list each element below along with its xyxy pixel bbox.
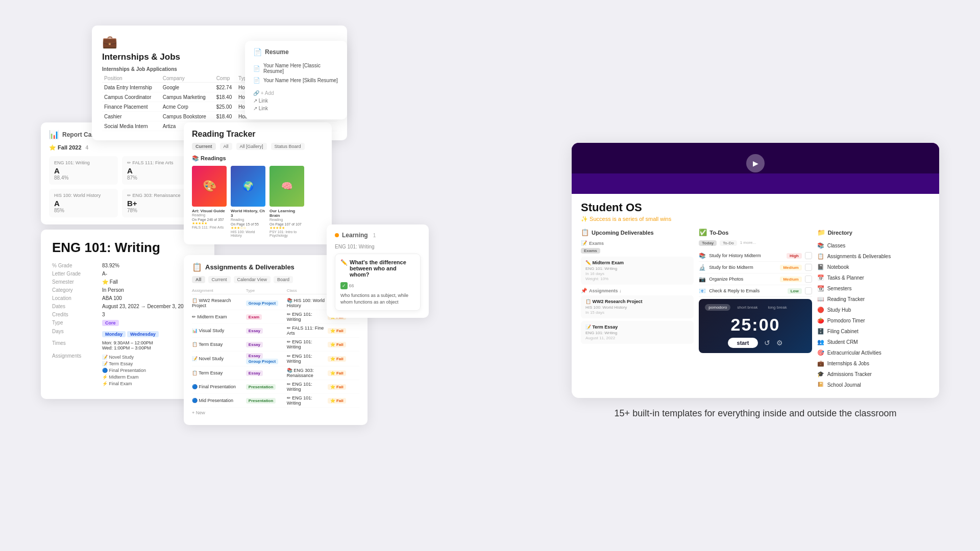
flashcard-answer: Who functions as a subject, while whom f… [340,292,415,305]
dir-item-journal[interactable]: 📔School Journal [817,380,930,387]
dir-item-filing[interactable]: 🗄️Filing Cabinet [817,326,930,337]
field-semester: Semester ⭐ Fall [52,279,203,285]
deliverable-item: ✏️ Midterm Exam ENG 101: Writing In 16 d… [581,257,694,285]
exams-tabs: Exams [581,248,694,254]
tab-status[interactable]: Status Board [271,143,305,150]
dir-item-semesters[interactable]: 📆Semesters [817,283,930,294]
assign-title: Assignments & Deliverables [205,263,295,271]
reading-tracker-card: Reading Tracker Current All All [Gallery… [184,122,332,244]
todo-tabs: Today To-Do 1 more... [699,240,812,246]
pomodoro-tabs: pomodoro short break long break [705,304,805,311]
todo-checkbox[interactable] [805,252,812,259]
table-row: 🔵 Final PresentationPresentation✏ ENG 10… [192,380,359,394]
todo-checkbox[interactable] [805,287,812,294]
field-letter-grade: Letter Grade A- [52,271,203,277]
exams-label: 📝 Exams [581,240,694,246]
right-panel: ▶ Student OS ✨ Success is a series of sm… [572,143,939,408]
pomodoro-reset-icon[interactable]: ↺ [764,339,770,347]
field-percent-grade: % Grade 83.92% [52,263,203,268]
todos-title: ✅ To-Dos [699,229,812,236]
dir-item-crm[interactable]: 👥Student CRM [817,337,930,347]
flashcard-question: ✏️ What's the difference between who and… [340,259,415,278]
field-credits: Credits 3 [52,312,203,317]
assignments-label: 📌 Assignments ↓ [581,288,694,293]
tab-board[interactable]: Board [274,276,293,283]
learning-count: 1 [373,233,376,238]
dir-item-notebook[interactable]: 📓Notebook [817,262,930,272]
pomo-tab-pomodoro[interactable]: pomodoro [705,304,730,311]
reading-tabs: Current All All [Gallery] Status Board [192,143,324,150]
tab-today[interactable]: Today [699,240,717,246]
assignment-item: 🔵 Final Presentation [102,368,146,373]
book-cover: 🌍 [231,166,265,207]
col-position: Position [102,74,161,83]
dir-item-reading[interactable]: 📖Reading Tracker [817,294,930,305]
grade-card: HIS 100: World History A 85% [49,189,118,217]
tab-todo[interactable]: To-Do [720,240,737,246]
resume-title: Resume [265,48,289,56]
grade-card: ✏ FALS 111: Fine Arts A 87% [122,156,191,185]
dir-item-study-hub[interactable]: 🔴Study Hub [817,305,930,315]
add-button[interactable]: 🔗 + Add [253,89,339,97]
upcoming-title: 📋 Upcoming Deliverables [581,229,694,236]
pomodoro-section: pomodoro short break long break 25:00 st… [699,299,812,353]
dir-item-admissions[interactable]: 🎓Admissions Tracker [817,369,930,380]
resume-icon: 📄 [253,48,262,56]
priority-badge: Medium [780,265,801,270]
tab-current[interactable]: Current [192,143,216,150]
reading-tracker-title: Reading Tracker [192,130,324,139]
tagline-text: 15+ built-in templates for everything in… [572,408,939,419]
deliverable-item: 📝 Term Essay ENG 101: Writing August 11,… [581,321,694,344]
dir-item-classes[interactable]: 📚Classes [817,240,930,251]
assignment-item: ⚡ Midterm Exam [102,374,146,380]
col-comp: Comp [214,74,236,83]
pomodoro-start-button[interactable]: start [728,338,758,348]
table-row: 📊 Visual StudyEssay✏ FALS 111: Fine Arts… [192,324,359,338]
field-location: Location ABA 100 [52,295,203,301]
deliverable-item: 📋 WW2 Research Project HIS 100: World Hi… [581,295,694,318]
report-semester: ⭐ Fall 2022 4 [49,144,191,151]
play-button[interactable]: ▶ [746,154,765,172]
dir-item-extracurricular[interactable]: 🎯Extracurricular Activities [817,347,930,358]
flashcard-count: ✓ 66 [340,282,415,289]
field-dates: Dates August 23, 2022 → December 3, 2022 [52,304,203,309]
learning-dot [335,233,339,237]
tab-exams[interactable]: Exams [581,248,600,254]
pomo-tab-long[interactable]: long break [764,304,790,311]
assignment-item: 📝 Novel Study [102,355,146,360]
field-days: Days MondayWednesday [52,329,203,338]
app-title: Student OS [581,201,930,214]
field-times: Times Mon: 9:30AM – 12:00PMWed: 1:00PM –… [52,340,203,350]
tab-all[interactable]: All [192,276,205,283]
dir-item-pomodoro[interactable]: 🍅Pomodoro Timer [817,315,930,326]
report-icon: 📊 [49,130,59,139]
table-row: 📋 Term EssayEssay📚 ENG 303: Renaissance⭐… [192,366,359,380]
dashboard-header-image: ▶ [572,143,939,194]
dashboard-grid: 📋 Upcoming Deliverables 📝 Exams Exams ✏️… [581,229,930,387]
todo-item: 🔬 Study for Bio Midterm Medium [699,262,812,273]
dir-item-internships[interactable]: 💼Internships & Jobs [817,358,930,369]
priority-badge: Medium [780,277,801,282]
dir-item-tasks[interactable]: 📅Tasks & Planner [817,272,930,283]
new-row[interactable]: + New [192,408,359,418]
col-directory: 📁 Directory 📚Classes 📋Assignments & Deli… [817,229,930,387]
readings-label: 📚 Readings [192,155,324,162]
learning-card: Learning 1 ENG 101: Writing ✏️ What's th… [327,224,429,318]
field-assignments: Assignments 📝 Novel Study 📝 Term Essay 🔵… [52,353,203,386]
todo-item: 📧 Check & Reply to Emails Low [699,285,812,297]
tagline: 15+ built-in templates for everything in… [572,408,939,419]
tab-more[interactable]: 1 more... [740,240,756,246]
tab-all[interactable]: All [220,143,232,150]
todo-checkbox[interactable] [805,264,812,271]
todo-checkbox[interactable] [805,276,812,283]
tab-gallery[interactable]: All [Gallery] [236,143,267,150]
pomodoro-settings-icon[interactable]: ⚙ [776,339,783,347]
grade-card: ✏ ENG 303: Renaissance B+ 78% [122,189,191,217]
tab-calendar[interactable]: Calendar View [234,276,271,283]
pomo-tab-short[interactable]: short break [733,304,761,311]
dir-item-assignments[interactable]: 📋Assignments & Deliverables [817,251,930,262]
priority-badge: High [787,253,802,259]
tab-current[interactable]: Current [208,276,231,283]
resume-link[interactable]: ↗ Link [253,97,339,105]
resume-link[interactable]: ↗ Link [253,105,339,112]
